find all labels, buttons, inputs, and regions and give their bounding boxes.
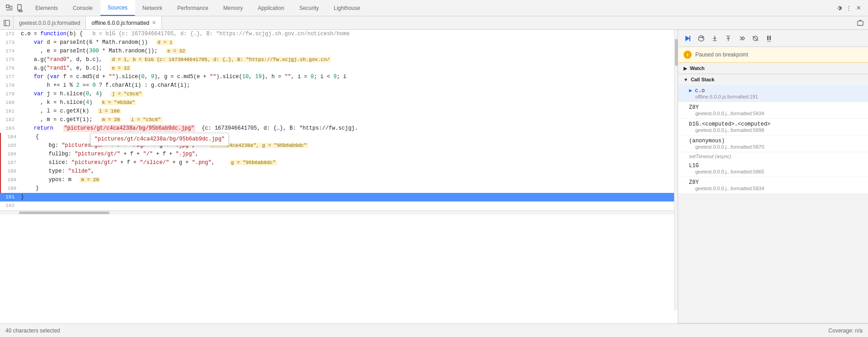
watch-label: Watch bbox=[690, 66, 705, 71]
tab-memory[interactable]: Memory bbox=[216, 0, 250, 16]
watch-header[interactable]: ▶ Watch bbox=[678, 63, 868, 74]
code-line-190: 190 } bbox=[0, 184, 678, 193]
svg-rect-0 bbox=[6, 5, 9, 8]
file-tab-offline[interactable]: offline.6.0.0.js:formatted ✕ bbox=[86, 16, 162, 29]
call-stack-section: ▼ Call Stack ▶ c.o offline.6.0.0.js:form… bbox=[678, 74, 868, 323]
step-button[interactable] bbox=[736, 33, 748, 44]
file-tab-geetest[interactable]: geetest.0.0.0.js:formatted bbox=[14, 16, 86, 29]
watch-section: ▶ Watch bbox=[678, 63, 868, 74]
code-line-178: 178 h += i % 2 == 0 ? f.charAt(i) : g.ch… bbox=[0, 81, 678, 90]
tab-elements[interactable]: Elements bbox=[28, 0, 66, 16]
pause-on-exceptions-button[interactable] bbox=[763, 33, 775, 44]
code-line-186: 186 fullbg: "pictures/gt/" + f + "/" + f… bbox=[0, 150, 678, 159]
breakpoint-notice: i Paused on breakpoint bbox=[678, 47, 868, 63]
code-line-172: 172 c.o = function(b) { b = b1G {c: 1673… bbox=[0, 30, 678, 38]
breakpoint-text: Paused on breakpoint bbox=[695, 51, 748, 58]
debugger-toolbar bbox=[678, 30, 868, 47]
svg-rect-11 bbox=[689, 36, 690, 41]
file-tabs-bar: geetest.0.0.0.js:formatted offline.6.0.0… bbox=[0, 16, 868, 30]
top-tabs: Elements Console Sources Network Perform… bbox=[28, 0, 831, 16]
code-line-177: 177 for (var f = c.md5(d + "").slice(0, … bbox=[0, 73, 678, 81]
callstack-item-5[interactable]: Z8Y geetest.0.0.0.j...formatted:5834 bbox=[678, 177, 868, 194]
value-tooltip: "pictures/gt/c4ca4238a/bg/95b6ab9dc.jpg" bbox=[90, 133, 229, 146]
code-line-173: 173 var d = parseInt(6 * Math.random()) … bbox=[0, 38, 678, 47]
code-line-181: 181 , l = c.getX(k) l = 186 bbox=[0, 107, 678, 116]
code-line-192: 192 bbox=[0, 201, 678, 210]
callstack-triangle-icon: ▼ bbox=[684, 77, 688, 82]
file-tabs-end bbox=[853, 19, 868, 27]
device-toggle-icon[interactable] bbox=[16, 4, 24, 12]
svg-rect-7 bbox=[4, 20, 9, 25]
scrollbar-thumb[interactable] bbox=[19, 211, 109, 214]
code-line-191: 191 } bbox=[0, 193, 678, 201]
code-lines: 172 c.o = function(b) { b = b1G {c: 1673… bbox=[0, 30, 678, 210]
code-line-174: 174 , e = parseInt(300 * Math.random());… bbox=[0, 47, 678, 56]
resume-button[interactable] bbox=[682, 33, 693, 44]
code-line-182: 182 , m = c.getY(i); m = 20 i = "c5c6" bbox=[0, 116, 678, 124]
vertical-scrollbar[interactable] bbox=[674, 30, 678, 310]
step-over-button[interactable] bbox=[695, 33, 707, 44]
tab-network[interactable]: Network bbox=[135, 0, 170, 16]
more-options-icon[interactable]: ⋮ bbox=[844, 4, 853, 12]
call-stack-list: ▶ c.o offline.6.0.0.js:formatted:191 Z8Y… bbox=[678, 85, 868, 194]
callstack-item-1[interactable]: Z8Y geetest.0.0.0.j...formatted:5834 bbox=[678, 102, 868, 119]
code-scroll-area[interactable]: 172 c.o = function(b) { b = b1G {c: 1673… bbox=[0, 30, 678, 215]
devtools-icons bbox=[2, 4, 28, 12]
svg-rect-20 bbox=[767, 36, 769, 40]
code-line-188: 188 type: "slide", bbox=[0, 167, 678, 176]
svg-rect-4 bbox=[18, 5, 21, 10]
code-line-176: 176 a.g("rand1", e, b.c); e = 32 bbox=[0, 64, 678, 73]
inspect-icon[interactable] bbox=[5, 4, 14, 12]
code-line-179: 179 var j = h.slice(0, 4) j = "c5c6" bbox=[0, 90, 678, 98]
close-file-tab-icon[interactable]: ✕ bbox=[152, 20, 156, 26]
vertical-scrollbar-thumb[interactable] bbox=[675, 39, 678, 66]
svg-marker-10 bbox=[685, 36, 690, 41]
code-line-183: 183 return "pictures/gt/c4ca4238a/bg/95b… bbox=[0, 124, 678, 133]
right-panel: i Paused on breakpoint ▶ Watch ▼ Call St… bbox=[678, 30, 868, 323]
code-line-189: 189 ypos: m m = 20 bbox=[0, 176, 678, 184]
svg-rect-5 bbox=[19, 10, 22, 12]
tab-security[interactable]: Security bbox=[292, 0, 326, 16]
sidebar-toggle-button[interactable] bbox=[0, 16, 14, 30]
deactivate-breakpoints-button[interactable] bbox=[750, 33, 761, 44]
settings-icon[interactable] bbox=[835, 4, 843, 12]
top-tab-bar: Elements Console Sources Network Perform… bbox=[0, 0, 868, 16]
open-file-icon[interactable] bbox=[856, 19, 864, 27]
code-line-175: 175 a.g("rand0", d, b.c), d = 1, b = b1G… bbox=[0, 56, 678, 64]
horizontal-scrollbar[interactable] bbox=[0, 210, 678, 215]
top-bar-actions: ⋮ ✕ bbox=[831, 4, 866, 12]
callstack-item-2[interactable]: b1G.<computed>.<computed> geetest.0.0.0.… bbox=[678, 119, 868, 136]
callstack-item-3[interactable]: (anonymous) geetest.0.0.0.j...formatted:… bbox=[678, 136, 868, 152]
tab-application[interactable]: Application bbox=[250, 0, 292, 16]
tab-performance[interactable]: Performance bbox=[170, 0, 216, 16]
callstack-async-separator: setTimeout (async) bbox=[678, 152, 868, 160]
tab-console[interactable]: Console bbox=[66, 0, 100, 16]
step-out-button[interactable] bbox=[722, 33, 734, 44]
step-into-button[interactable] bbox=[709, 33, 721, 44]
svg-rect-21 bbox=[769, 36, 771, 40]
info-icon: i bbox=[684, 51, 692, 59]
tab-lighthouse[interactable]: Lighthouse bbox=[326, 0, 368, 16]
tab-sources[interactable]: Sources bbox=[100, 0, 135, 16]
svg-rect-9 bbox=[858, 21, 863, 25]
main-area: 172 c.o = function(b) { b = b1G {c: 1673… bbox=[0, 30, 868, 323]
svg-rect-22 bbox=[767, 41, 771, 42]
call-stack-label: Call Stack bbox=[691, 77, 715, 82]
callstack-item-0[interactable]: ▶ c.o offline.6.0.0.js:formatted:191 bbox=[678, 85, 868, 102]
close-devtools-icon[interactable]: ✕ bbox=[854, 4, 863, 12]
watch-triangle-icon: ▶ bbox=[684, 66, 687, 71]
code-line-187: 187 slice: "pictures/gt/" + f + "/slice/… bbox=[0, 159, 678, 167]
code-line-180: 180 , k = h.slice(4) k = "4b3da" bbox=[0, 98, 678, 107]
code-editor[interactable]: 172 c.o = function(b) { b = b1G {c: 1673… bbox=[0, 30, 678, 323]
active-frame-arrow: ▶ bbox=[689, 87, 692, 94]
call-stack-header[interactable]: ▼ Call Stack bbox=[678, 74, 868, 85]
callstack-item-4[interactable]: L1G geetest.0.0.0.j...formatted:5865 bbox=[678, 160, 868, 177]
